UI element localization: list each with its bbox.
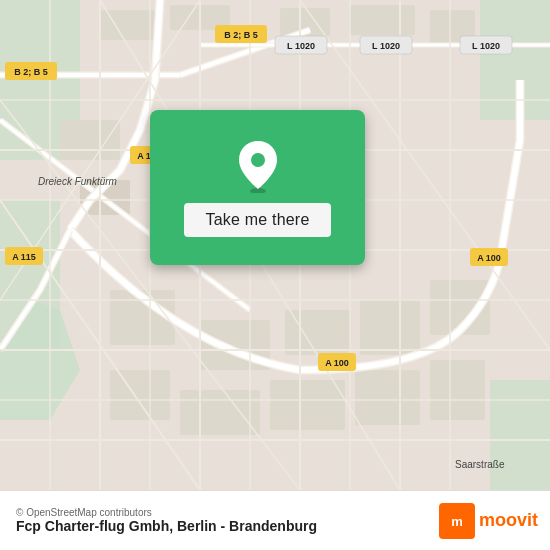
- map-container: B 2; B 5 B 2; B 5 L 1020 L 1020 L 1020 A…: [0, 0, 550, 490]
- svg-rect-15: [360, 300, 420, 355]
- osm-credit: © OpenStreetMap contributors: [16, 507, 317, 518]
- svg-rect-9: [350, 5, 415, 35]
- svg-text:L 1020: L 1020: [287, 41, 315, 51]
- svg-rect-19: [430, 360, 485, 420]
- svg-rect-18: [355, 370, 420, 425]
- svg-rect-2: [480, 0, 550, 120]
- bottom-info: © OpenStreetMap contributors Fcp Charter…: [16, 507, 317, 534]
- take-me-button[interactable]: Take me there: [184, 203, 332, 237]
- pin-icon: [236, 139, 280, 193]
- svg-text:A 100: A 100: [477, 253, 501, 263]
- location-title: Fcp Charter-flug Gmbh, Berlin - Brandenb…: [16, 518, 317, 534]
- svg-rect-16: [180, 390, 260, 435]
- moovit-icon: m: [439, 503, 475, 539]
- svg-point-74: [251, 153, 265, 167]
- svg-text:Saarstraße: Saarstraße: [455, 459, 505, 470]
- svg-text:m: m: [451, 514, 463, 529]
- svg-text:B 2; B 5: B 2; B 5: [224, 30, 258, 40]
- bottom-bar: © OpenStreetMap contributors Fcp Charter…: [0, 490, 550, 550]
- svg-text:A 115: A 115: [12, 252, 36, 262]
- moovit-text: moovit: [479, 510, 538, 531]
- svg-text:L 1020: L 1020: [472, 41, 500, 51]
- svg-rect-5: [490, 380, 550, 490]
- location-card: Take me there: [150, 110, 365, 265]
- svg-text:A 100: A 100: [325, 358, 349, 368]
- svg-text:B 2; B 5: B 2; B 5: [14, 67, 48, 77]
- moovit-logo[interactable]: m moovit: [439, 503, 538, 539]
- svg-text:L 1020: L 1020: [372, 41, 400, 51]
- svg-text:Dreieck Funktürm: Dreieck Funktürm: [38, 176, 117, 187]
- svg-rect-17: [270, 380, 345, 430]
- svg-rect-11: [60, 120, 120, 160]
- svg-rect-21: [110, 370, 170, 420]
